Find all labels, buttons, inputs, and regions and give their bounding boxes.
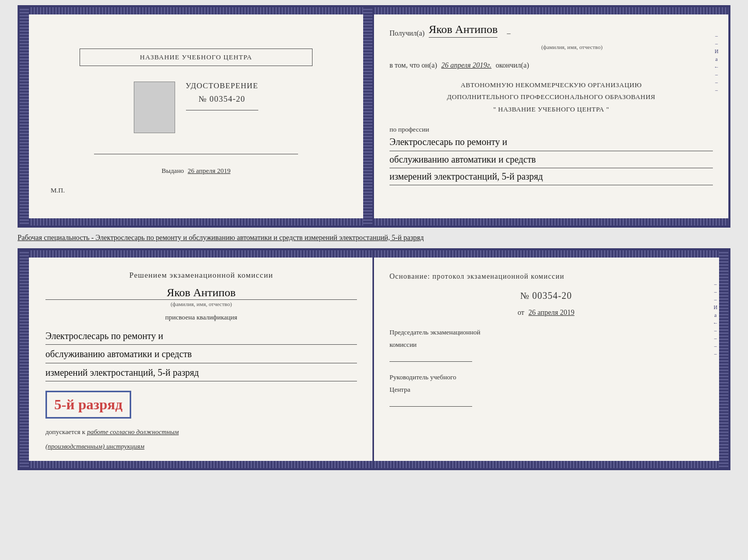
right-border-left-page [363,7,372,226]
bottom-prof-line2: обслуживанию автоматики и средств [45,346,357,363]
допускается-text2: (производственным) инструкциям [45,442,145,450]
okoncil-label: окончил(а) [495,61,529,70]
received-label: Получил(а) [389,29,425,38]
bottom-left-page: Решением экзаменационной комиссии Яков А… [20,250,374,468]
commission-section: Решением экзаменационной комиссии [45,271,357,280]
prof-line1: Электрослесарь по ремонту и [389,134,713,151]
vtom-date: 26 апреля 2019г. [441,61,491,70]
director-signature: Руководитель учебного Центра [389,372,703,407]
bottom-right-border [719,250,728,468]
bottom-prof-line3: измерений электростанций, 5-й разряд [45,364,357,381]
director-title-line2: Центра [389,385,703,395]
допускается-text: работе согласно должностным [87,428,179,436]
osnov-section: Основание: протокол экзаменационной коми… [389,271,703,282]
right-page: Получил(а) Яков Антипов – (фамилия, имя,… [374,7,728,226]
qualification-label: присвоена квалификация [45,313,357,322]
bottom-left-border [20,250,29,468]
recipient-row: Получил(а) Яков Антипов – [389,23,713,38]
top-document: НАЗВАНИЕ УЧЕБНОГО ЦЕНТРА УДОСТОВЕРЕНИЕ №… [18,5,730,228]
badge-text: 5-й разряд [54,396,122,413]
bottom-person-name: Яков Антипов [45,286,357,300]
left-page: НАЗВАНИЕ УЧЕБНОГО ЦЕНТРА УДОСТОВЕРЕНИЕ №… [20,7,374,226]
bottom-profession-lines: Электрослесарь по ремонту и обслуживанию… [45,328,357,381]
chairman-signature: Председатель экзаменационной комиссии [389,327,703,362]
school-name-label: НАЗВАНИЕ УЧЕБНОГО ЦЕНТРА [140,53,252,61]
chairman-sig-line [389,351,472,362]
issued-label: Выдано [162,167,184,174]
osnov-title: Основание: протокол экзаменационной коми… [389,271,703,282]
left-border [20,7,29,226]
commission-title: Решением экзаменационной комиссии [45,271,357,280]
chairman-title-line1: Председатель экзаменационной [389,327,703,338]
org-line3: " НАЗВАНИЕ УЧЕБНОГО ЦЕНТРА " [389,103,713,115]
bottom-right-inner: Основание: протокол экзаменационной коми… [389,261,713,407]
vtom-label: в том, что он(а) [389,61,437,70]
допускается-section: допускается к работе согласно должностны… [45,428,357,436]
director-sig-line [389,396,472,407]
org-line2: ДОПОЛНИТЕЛЬНОГО ПРОФЕССИОНАЛЬНОГО ОБРАЗО… [389,91,713,103]
bottom-document: Решением экзаменационной комиссии Яков А… [18,248,730,470]
profession-section: по профессии Электрослесарь по ремонту и… [389,125,713,185]
protocol-section: № 00354-20 [389,291,703,301]
po-professii: по профессии [389,125,713,134]
dash1: – [507,29,510,38]
org-block: АВТОНОМНУЮ НЕКОММЕРЧЕСКУЮ ОРГАНИЗАЦИЮ ДО… [389,79,713,115]
recipient-name: Яков Антипов [429,23,497,38]
profession-lines: Электрослесарь по ремонту и обслуживанию… [389,134,713,185]
bottom-right-decoration: – – – И а ← – – – – [714,281,717,437]
prof-line2: обслуживанию автоматики и средств [389,151,713,168]
director-title-line1: Руководитель учебного [389,372,703,382]
date-section: от 26 апреля 2019 [389,308,703,317]
bottom-fio-subtitle: (фамилия, имя, отчество) [45,301,357,307]
cert-number: № 00354-20 [198,94,245,104]
bottom-prof-line1: Электрослесарь по ремонту и [45,328,357,345]
document-container: НАЗВАНИЕ УЧЕБНОГО ЦЕНТРА УДОСТОВЕРЕНИЕ №… [18,5,730,470]
left-content: НАЗВАНИЕ УЧЕБНОГО ЦЕНТРА УДОСТОВЕРЕНИЕ №… [35,18,357,215]
chairman-title-line2: комиссии [389,340,703,350]
issued-line: Выдано 26 апреля 2019 [162,167,230,175]
side-decoration: – – И а ← – – – [715,33,718,200]
prof-line3: измерений электростанций, 5-й разряд [389,168,713,185]
date-value: 26 апреля 2019 [528,309,574,316]
photo-placeholder [134,82,175,133]
rank-badge: 5-й разряд [45,391,131,419]
issued-date: 26 апреля 2019 [188,167,230,174]
specialty-label: Рабочая специальность - Электрослесарь п… [18,232,730,244]
vtom-row: в том, что он(а) 26 апреля 2019г. окончи… [389,61,713,70]
допускается-prefix: допускается к [45,428,85,436]
cert-title: УДОСТОВЕРЕНИЕ [185,82,258,90]
bottom-person-section: Яков Антипов (фамилия, имя, отчество) [45,286,357,307]
date-prefix: от [518,309,524,316]
fio-subtitle-top: (фамилия, имя, отчество) [431,42,713,51]
org-line1: АВТОНОМНУЮ НЕКОММЕРЧЕСКУЮ ОРГАНИЗАЦИЮ [389,79,713,91]
protocol-num: № 00354-20 [389,291,703,301]
допускается-line2: (производственным) инструкциям [45,442,357,451]
school-name-box: НАЗВАНИЕ УЧЕБНОГО ЦЕНТРА [80,49,312,66]
bottom-right-page: Основание: протокол экзаменационной коми… [374,250,728,468]
mp-label: М.П. [51,186,65,194]
